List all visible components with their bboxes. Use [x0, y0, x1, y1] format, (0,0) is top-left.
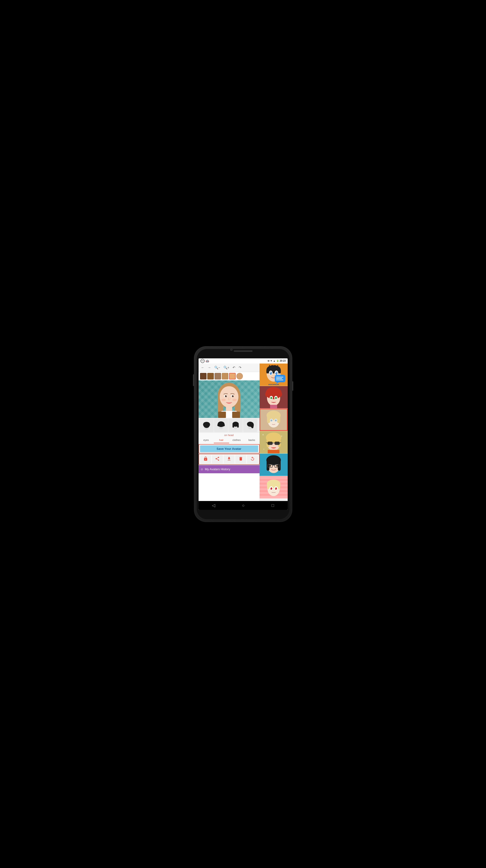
- power-button: [292, 381, 293, 391]
- svg-point-37: [270, 372, 272, 375]
- volume-button: [193, 374, 194, 386]
- svg-rect-28: [232, 424, 234, 428]
- svg-point-40: [276, 372, 277, 373]
- svg-point-87: [269, 465, 271, 467]
- back-nav-button[interactable]: ◁: [208, 502, 219, 509]
- swatch-4[interactable]: [222, 373, 228, 379]
- swatch-3[interactable]: [215, 373, 221, 379]
- svg-rect-73: [268, 450, 280, 453]
- svg-point-88: [276, 465, 278, 467]
- signal-icon: ▲: [273, 360, 276, 362]
- time-display: 20:23: [280, 360, 286, 362]
- history-button[interactable]: ☺ My Avatars History: [199, 465, 260, 473]
- avatar-thumb-6[interactable]: [260, 476, 288, 498]
- share-external-icon: [215, 456, 220, 461]
- swatch-2[interactable]: [207, 373, 214, 379]
- toolbar: ← → 🔍− 🔍+ ↶ ↷: [199, 364, 260, 372]
- avatar-5-svg: [260, 454, 288, 476]
- hair-options: [199, 418, 260, 433]
- wifi-icon: ▼: [270, 360, 272, 362]
- nav-bar: ◁ ○ □: [199, 501, 288, 510]
- swatch-1[interactable]: [200, 373, 206, 379]
- zoom-in-button[interactable]: 🔍+: [222, 365, 230, 370]
- swatch-5[interactable]: [229, 373, 236, 379]
- svg-point-25: [220, 422, 222, 425]
- share-icon: [203, 456, 208, 461]
- hair-icon-2: [216, 420, 226, 431]
- history-label: My Avatars History: [205, 467, 230, 471]
- svg-rect-12: [226, 407, 232, 411]
- avatar-thumb-3[interactable]: [260, 408, 288, 431]
- avatar-preview: [199, 380, 260, 418]
- undo-button[interactable]: ↶: [231, 365, 236, 370]
- svg-point-38: [275, 372, 278, 375]
- avatar-3-svg: [260, 409, 287, 430]
- svg-point-63: [270, 420, 272, 421]
- back-button[interactable]: ←: [200, 365, 205, 370]
- avatar-thumb-4[interactable]: ✦ ✦ ✦: [260, 431, 288, 453]
- forward-button[interactable]: →: [206, 365, 212, 370]
- svg-point-54: [275, 397, 277, 399]
- share-external-button[interactable]: [212, 455, 223, 463]
- save-avatar-button[interactable]: Save Your Avatar: [200, 445, 258, 452]
- right-panel: AVATARIUM: [260, 364, 288, 501]
- svg-point-103: [275, 487, 277, 490]
- download-button[interactable]: [223, 455, 235, 463]
- swatch-6[interactable]: [236, 373, 243, 379]
- hair-icon-4: [246, 420, 255, 431]
- save-button-container: Save Your Avatar: [199, 444, 260, 453]
- svg-point-64: [275, 420, 277, 421]
- reset-button[interactable]: [247, 455, 258, 463]
- svg-rect-98: [267, 484, 269, 489]
- home-nav-button[interactable]: ○: [238, 502, 249, 509]
- avatar-4-svg: ✦ ✦ ✦: [260, 431, 288, 453]
- category-label: on head: [199, 433, 260, 437]
- svg-point-8: [226, 396, 226, 396]
- svg-point-6: [225, 395, 227, 397]
- svg-rect-55: [270, 405, 277, 408]
- avatarium-promo[interactable]: AVATARIUM: [260, 364, 288, 386]
- avatar-6-svg: [260, 476, 288, 498]
- content-area: ← → 🔍− 🔍+ ↶ ↷: [199, 364, 288, 510]
- color-swatches: [199, 372, 260, 380]
- hair-option-4[interactable]: [243, 419, 257, 432]
- battery-percent: 73: [200, 359, 205, 363]
- svg-point-102: [270, 487, 272, 490]
- hair-option-2[interactable]: [214, 419, 228, 432]
- svg-text:AVATARIUM: AVATARIUM: [268, 383, 279, 385]
- svg-rect-60: [277, 415, 280, 423]
- avatar-thumb-5[interactable]: [260, 454, 288, 476]
- tab-clothes[interactable]: clothes: [229, 437, 244, 443]
- redo-button[interactable]: ↷: [237, 365, 242, 370]
- recent-nav-button[interactable]: □: [268, 502, 278, 509]
- svg-rect-29: [237, 424, 239, 428]
- main-section: ← → 🔍− 🔍+ ↶ ↷: [199, 364, 288, 501]
- hair-icon-3: [231, 420, 240, 431]
- avatar-svg: [199, 380, 260, 418]
- reset-icon: [250, 456, 255, 461]
- svg-text:✦: ✦: [263, 448, 265, 450]
- zoom-out-button[interactable]: 🔍−: [213, 365, 221, 370]
- avatar-thumb-2[interactable]: [260, 386, 288, 408]
- delete-button[interactable]: [235, 455, 247, 463]
- tab-backs[interactable]: backs: [244, 437, 260, 443]
- svg-rect-99: [278, 484, 280, 489]
- svg-point-105: [275, 488, 276, 488]
- svg-point-104: [270, 488, 271, 488]
- hair-option-1[interactable]: [199, 419, 214, 432]
- svg-point-10: [221, 399, 226, 401]
- svg-point-39: [270, 372, 271, 373]
- svg-rect-59: [267, 415, 270, 423]
- action-icons: [199, 454, 260, 465]
- share-button[interactable]: [200, 455, 211, 463]
- phone-speaker: [234, 350, 253, 352]
- tab-hair[interactable]: hair: [214, 437, 229, 443]
- avatar-2-svg: [260, 386, 288, 408]
- svg-point-11: [232, 399, 237, 401]
- android-icon: 🤖: [205, 359, 209, 363]
- svg-rect-74: [267, 442, 273, 445]
- status-right: ⊖ ▼ ▲ 🔋 20:23: [267, 360, 286, 362]
- hair-option-3[interactable]: [229, 419, 242, 432]
- tab-eyes[interactable]: eyes: [199, 437, 214, 443]
- svg-point-53: [270, 397, 272, 399]
